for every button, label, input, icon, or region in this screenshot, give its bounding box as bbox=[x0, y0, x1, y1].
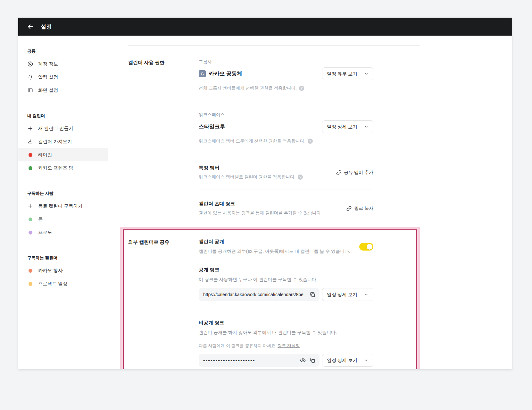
help-icon[interactable]: ? bbox=[298, 175, 303, 180]
sidebar-item-kakao-event-calendar[interactable]: 카카오 행사 bbox=[18, 264, 108, 277]
person-circle-icon bbox=[27, 61, 33, 67]
invite-link-block: 캘린더 초대 링크 권한이 있는 사용자는 링크를 통해 캘린더를 추가할 수 … bbox=[199, 201, 373, 216]
dropdown-value: 일정 상세 보기 bbox=[327, 124, 357, 130]
divider bbox=[199, 190, 373, 190]
copy-invite-link-button[interactable]: 링크 복사 bbox=[346, 206, 373, 211]
dropdown-value: 일정 상세 보기 bbox=[327, 357, 357, 363]
divider bbox=[199, 101, 373, 101]
calendar-color-dot bbox=[29, 153, 32, 157]
download-icon bbox=[27, 139, 33, 145]
copy-icon[interactable] bbox=[309, 357, 316, 363]
publish-toggle[interactable] bbox=[359, 243, 373, 251]
highlight-band: 외부 캘린더로 공유 캘린더 공개 캘린더를 공개하면 외부(ex.구글, 아웃… bbox=[120, 227, 420, 369]
workspace-section-label: 워크스페이스 bbox=[199, 112, 373, 118]
sidebar-section-common: 공통 bbox=[18, 45, 108, 57]
sidebar-item-frodo-calendar[interactable]: 프로도 bbox=[18, 226, 108, 239]
sidebar-item-subscribe-colleague[interactable]: 동료 캘린더 구독하기 bbox=[18, 200, 108, 213]
private-link-desc: 캘린더 공개를 하지 않아도 외부에서 내 캘린더를 구독할 수 있습니다. bbox=[199, 329, 373, 336]
public-link-block: 공개 링크 이 링크를 사용하면 누구나 이 캘린더를 구독할 수 있습니다. … bbox=[199, 267, 373, 301]
sidebar-item-ryan-calendar[interactable]: 라이언 bbox=[18, 148, 108, 161]
calendar-color-dot bbox=[29, 269, 32, 273]
public-link-desc: 이 링크를 사용하면 누구나 이 캘린더를 구독할 수 있습니다. bbox=[199, 276, 373, 283]
action-label: 공유 멤버 추가 bbox=[344, 170, 373, 175]
group-permission-dropdown[interactable]: 일정 유무 보기 bbox=[322, 67, 373, 80]
group-badge-icon: G bbox=[199, 70, 206, 77]
link-icon bbox=[346, 206, 352, 211]
section-label: 캘린더 사용 권한 bbox=[128, 59, 199, 216]
sidebar-item-project-calendar[interactable]: 프로젝트 일정 bbox=[18, 277, 108, 290]
group-permission-block: 그룹사 G 카카오 공동체 일정 유무 보기 bbox=[199, 59, 373, 91]
sidebar-section-subscribed-calendars: 구독하는 캘린더 bbox=[18, 251, 108, 264]
reset-link-button[interactable]: 링크 재설정 bbox=[278, 343, 300, 348]
dropdown-value: 일정 유무 보기 bbox=[327, 71, 357, 77]
main-panel: 캘린더 사용 권한 그룹사 G 카카오 공동체 일정 유 bbox=[108, 36, 512, 369]
private-link-permission-dropdown[interactable]: 일정 상세 보기 bbox=[322, 354, 373, 367]
public-link-url: https://calendar.kakaowork.com/ical/cale… bbox=[203, 292, 306, 297]
private-link-warning: 다른 사람에게 이 링크를 공유하지 마세요. 링크 재설정 bbox=[199, 343, 373, 349]
sidebar-item-label: 화면 설정 bbox=[38, 87, 58, 93]
chevron-down-icon bbox=[364, 124, 369, 129]
show-password-eye-icon[interactable] bbox=[300, 357, 306, 363]
sidebar-item-display[interactable]: 화면 설정 bbox=[18, 84, 108, 97]
workspace-permission-dropdown[interactable]: 일정 상세 보기 bbox=[322, 120, 373, 133]
calendar-color-dot bbox=[29, 231, 32, 235]
sidebar-item-account[interactable]: 계정 정보 bbox=[18, 57, 108, 71]
private-link-title: 비공개 링크 bbox=[199, 320, 373, 326]
private-link-block: 비공개 링크 캘린더 공개를 하지 않아도 외부에서 내 캘린더를 구독할 수 … bbox=[199, 320, 373, 367]
invite-helper-text: 권한이 있는 사용자는 링크를 통해 캘린더를 추가할 수 있습니다. bbox=[199, 210, 322, 216]
public-link-permission-dropdown[interactable]: 일정 상세 보기 bbox=[322, 288, 373, 301]
members-title: 특정 멤버 bbox=[199, 165, 303, 171]
group-name-row: G 카카오 공동체 bbox=[199, 70, 242, 77]
sidebar-section-my-calendars: 내 캘린더 bbox=[18, 109, 108, 122]
workspace-name: 스타일크루 bbox=[199, 123, 225, 130]
public-link-title: 공개 링크 bbox=[199, 267, 373, 273]
warning-text: 다른 사람에게 이 링크를 공유하지 마세요. bbox=[199, 343, 277, 348]
app-bar: 설정 bbox=[18, 18, 512, 36]
back-button[interactable] bbox=[27, 23, 34, 30]
settings-window: 설정 공통 계정 정보 알림 설정 bbox=[18, 18, 512, 369]
sidebar-item-label: 프로도 bbox=[38, 229, 52, 235]
external-share-section: 외부 캘린더로 공유 캘린더 공개 캘린더를 공개하면 외부(ex.구글, 아웃… bbox=[123, 229, 417, 369]
public-link-field[interactable]: https://calendar.kakaowork.com/ical/cale… bbox=[199, 288, 320, 301]
specific-members-block: 특정 멤버 워크스페이스 멤버별로 캘린더 권한을 적용합니다. ? bbox=[199, 165, 373, 180]
link-icon bbox=[336, 170, 341, 175]
workspace-helper-text: 워크스페이스 멤버 모두에게 선택한 권한을 적용합니다. bbox=[199, 138, 305, 144]
divider bbox=[199, 310, 373, 310]
private-link-masked-value: ••••••••••••••••••••• bbox=[203, 358, 296, 363]
publish-title: 캘린더 공개 bbox=[199, 239, 350, 245]
calendar-color-dot bbox=[29, 218, 32, 221]
add-shared-member-button[interactable]: 공유 멤버 추가 bbox=[336, 170, 373, 175]
private-link-field[interactable]: ••••••••••••••••••••• bbox=[199, 354, 320, 367]
sidebar-item-label: 계정 정보 bbox=[38, 61, 58, 67]
layout-icon bbox=[27, 87, 33, 93]
dropdown-value: 일정 상세 보기 bbox=[327, 292, 357, 298]
sidebar-item-con-calendar[interactable]: 콘 bbox=[18, 213, 108, 226]
group-helper-text: 전체 그룹사 멤버들에게 선택한 권한을 적용합니다. bbox=[199, 85, 297, 91]
sidebar-item-label: 콘 bbox=[38, 216, 43, 222]
sidebar-item-label: 카카오 행사 bbox=[38, 268, 63, 274]
sidebar-item-label: 라이언 bbox=[38, 152, 52, 158]
sidebar-item-new-calendar[interactable]: 새 캘린더 만들기 bbox=[18, 122, 108, 135]
sidebar-item-label: 알림 설정 bbox=[38, 74, 58, 80]
calendar-permissions-section: 캘린더 사용 권한 그룹사 G 카카오 공동체 일정 유 bbox=[128, 46, 420, 216]
sidebar: 공통 계정 정보 알림 설정 bbox=[18, 36, 108, 369]
help-icon[interactable]: ? bbox=[299, 86, 304, 91]
sidebar-item-kakao-friends-calendar[interactable]: 카카오 프렌즈 팀 bbox=[18, 161, 108, 175]
publish-desc: 캘린더를 공개하면 외부(ex.구글, 아웃룩)에서도 내 캘린더를 볼 수 있… bbox=[199, 248, 350, 255]
copy-icon[interactable] bbox=[309, 291, 316, 298]
arrow-left-icon bbox=[27, 23, 34, 30]
invite-title: 캘린더 초대 링크 bbox=[199, 201, 322, 207]
section-label: 외부 캘린더로 공유 bbox=[128, 239, 199, 367]
sidebar-item-import-calendar[interactable]: 캘린더 가져오기 bbox=[18, 135, 108, 148]
sidebar-item-notifications[interactable]: 알림 설정 bbox=[18, 71, 108, 84]
workspace-permission-block: 워크스페이스 스타일크루 일정 상세 보기 워크스페이스 멤버 모두에게 선택한… bbox=[199, 112, 373, 144]
page-title: 설정 bbox=[41, 23, 52, 30]
sidebar-item-label: 동료 캘린더 구독하기 bbox=[38, 203, 83, 209]
plus-icon bbox=[27, 203, 33, 209]
help-icon[interactable]: ? bbox=[308, 139, 313, 144]
calendar-color-dot bbox=[29, 166, 32, 170]
bell-icon bbox=[27, 74, 33, 80]
calendar-publish-block: 캘린더 공개 캘린더를 공개하면 외부(ex.구글, 아웃룩)에서도 내 캘린더… bbox=[199, 239, 373, 255]
sidebar-item-label: 프로젝트 일정 bbox=[38, 281, 67, 287]
sidebar-item-label: 카카오 프렌즈 팀 bbox=[38, 165, 73, 171]
